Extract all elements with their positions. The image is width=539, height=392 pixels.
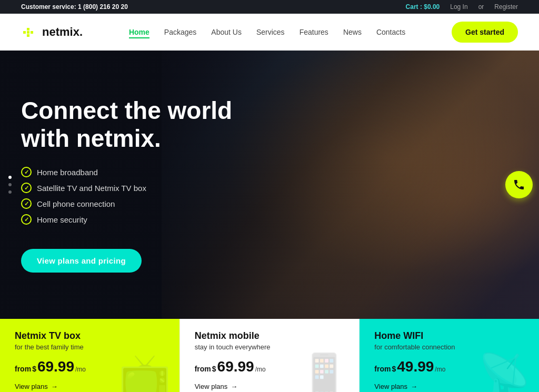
logo-text: netmix. <box>42 25 83 39</box>
currency-wifi: $ <box>392 365 396 373</box>
check-icon-3 <box>21 198 32 209</box>
check-icon-4 <box>21 214 32 225</box>
slideshow-dots <box>8 176 12 194</box>
feature-item-3: Cell phone connection <box>21 198 275 209</box>
or-separator: or <box>478 3 484 11</box>
tv-bg-icon: 📺 <box>118 351 171 392</box>
feature-item-1: Home broadband <box>21 167 275 177</box>
nav-news[interactable]: News <box>343 28 362 36</box>
customer-service-phone: 1 (800) 216 20 20 <box>78 3 128 11</box>
phone-icon <box>513 178 525 191</box>
per-month-mobile: /mo <box>255 366 266 373</box>
pricing-sub-wifi: for comfortable connection <box>374 343 524 351</box>
svg-rect-4 <box>31 31 33 34</box>
price-tv: 69.99 <box>37 358 74 375</box>
feature-text-2: Satellite TV and Netmix TV box <box>37 184 146 193</box>
from-label-wifi: from <box>374 365 391 373</box>
get-started-button[interactable]: Get started <box>452 22 518 43</box>
hero-features-list: Home broadband Satellite TV and Netmix T… <box>21 167 275 230</box>
nav-home[interactable]: Home <box>129 28 149 36</box>
top-right-bar: Cart : $0.00 Log In or Register <box>406 3 518 11</box>
hero-section: Connect the world with netmix. Home broa… <box>0 51 539 319</box>
feature-text-4: Home security <box>37 215 87 224</box>
top-bar: Customer service: 1 (800) 216 20 20 Cart… <box>0 0 539 14</box>
nav-packages[interactable]: Packages <box>164 28 196 36</box>
logo-icon <box>21 24 38 41</box>
feature-item-2: Satellite TV and Netmix TV box <box>21 183 275 193</box>
main-nav: Home Packages About Us Services Features… <box>129 28 405 36</box>
svg-rect-0 <box>23 31 26 34</box>
pricing-card-tv: Netmix TV box for the best family time f… <box>0 319 179 392</box>
from-label-tv: from <box>15 365 31 373</box>
currency-mobile: $ <box>212 365 216 373</box>
pricing-title-mobile: Netmix mobile <box>195 330 345 341</box>
customer-service-label: Customer service: <box>21 3 76 11</box>
currency-tv: $ <box>32 365 36 373</box>
feature-text-3: Cell phone connection <box>37 199 115 208</box>
check-icon-1 <box>21 167 32 177</box>
from-label-mobile: from <box>195 365 211 373</box>
nav-contacts[interactable]: Contacts <box>376 28 405 36</box>
nav-features[interactable]: Features <box>300 28 328 36</box>
pricing-sub-mobile: stay in touch everywhere <box>195 343 345 351</box>
price-mobile: 69.99 <box>217 358 254 375</box>
feature-item-4: Home security <box>21 214 275 225</box>
wifi-bg-icon: 📡 <box>478 351 531 392</box>
svg-rect-1 <box>27 28 29 31</box>
register-link[interactable]: Register <box>494 3 518 11</box>
slide-dot-3[interactable] <box>8 190 12 194</box>
per-month-wifi: /mo <box>435 366 445 373</box>
pricing-title-tv: Netmix TV box <box>15 330 165 341</box>
pricing-title-wifi: Home WIFI <box>374 330 524 341</box>
nav-services[interactable]: Services <box>256 28 285 36</box>
logo[interactable]: netmix. <box>21 24 83 41</box>
per-month-tv: /mo <box>75 366 86 373</box>
check-icon-2 <box>21 183 32 193</box>
svg-rect-3 <box>27 34 29 37</box>
nav-about[interactable]: About Us <box>211 28 242 36</box>
svg-rect-2 <box>27 31 29 34</box>
feature-text-1: Home broadband <box>37 168 98 177</box>
mobile-bg-icon: 📱 <box>298 351 351 392</box>
price-wifi: 49.99 <box>397 358 434 375</box>
view-plans-button[interactable]: View plans and pricing <box>21 249 142 273</box>
login-link[interactable]: Log In <box>450 3 467 11</box>
hero-content: Connect the world with netmix. Home broa… <box>0 51 296 319</box>
slide-dot-2[interactable] <box>8 183 12 186</box>
pricing-card-mobile: Netmix mobile stay in touch everywhere f… <box>179 319 360 392</box>
pricing-sub-tv: for the best family time <box>15 343 165 351</box>
phone-fab-button[interactable] <box>505 171 533 198</box>
pricing-section: Netmix TV box for the best family time f… <box>0 319 539 392</box>
slide-dot-1[interactable] <box>8 176 12 179</box>
header: netmix. Home Packages About Us Services … <box>0 14 539 51</box>
pricing-card-wifi: Home WIFI for comfortable connection fro… <box>360 319 539 392</box>
cart-info: Cart : $0.00 <box>406 3 440 11</box>
customer-service: Customer service: 1 (800) 216 20 20 <box>21 3 128 11</box>
hero-title: Connect the world with netmix. <box>21 97 275 153</box>
